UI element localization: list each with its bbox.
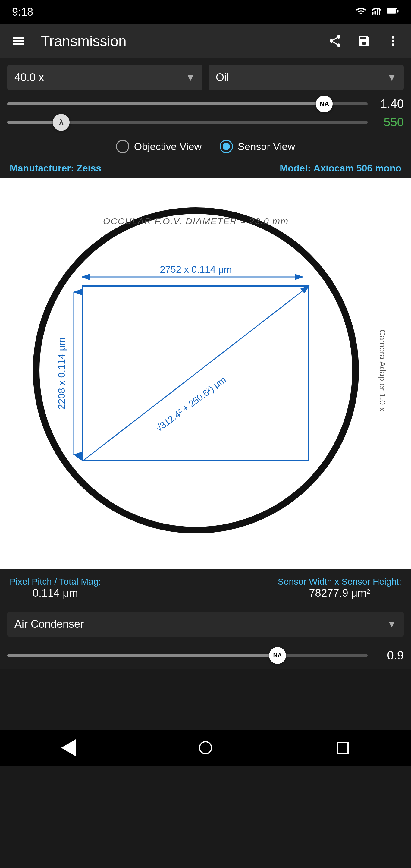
condenser-na-thumb[interactable]: NA [269, 647, 286, 664]
pixel-pitch-label: Pixel Pitch / Total Mag: [10, 577, 101, 587]
app-bar: Transmission [0, 24, 411, 58]
magnification-chevron: ▼ [186, 72, 195, 83]
na-slider-thumb[interactable]: NA [316, 96, 333, 113]
immersion-chevron: ▼ [387, 72, 397, 83]
na-slider-row: NA 1.40 [7, 97, 404, 111]
pixel-pitch-stat: Pixel Pitch / Total Mag: 0.114 μm [10, 577, 101, 599]
recents-button[interactable] [330, 736, 355, 760]
sensor-size-value: 78277.9 μm² [278, 587, 401, 599]
objective-view-option[interactable]: Objective View [116, 140, 201, 153]
na-slider-track[interactable]: NA [7, 102, 368, 105]
sensor-view-radio[interactable] [220, 140, 233, 153]
manufacturer-value: Zeiss [76, 163, 101, 174]
objective-view-radio[interactable] [116, 140, 129, 153]
pixel-pitch-value: 0.114 μm [10, 587, 101, 599]
signal-icon [371, 6, 382, 19]
recents-icon [337, 742, 349, 754]
condenser-chevron: ▼ [387, 619, 397, 630]
sensor-size-stat: Sensor Width x Sensor Height: 78277.9 μm… [278, 577, 401, 599]
magnification-value: 40.0 x [14, 71, 44, 84]
home-icon [199, 741, 212, 754]
svg-rect-2 [377, 9, 378, 15]
back-button[interactable] [56, 736, 81, 760]
magnification-dropdown[interactable]: 40.0 x ▼ [7, 65, 202, 90]
lambda-slider-track[interactable]: λ [7, 121, 368, 124]
stats-section: Pixel Pitch / Total Mag: 0.114 μm Sensor… [0, 569, 411, 607]
manufacturer-label: Manufacturer: [10, 163, 74, 174]
menu-button[interactable] [7, 30, 29, 52]
dropdowns-row: 40.0 x ▼ Oil ▼ [0, 58, 411, 90]
objective-view-label: Objective View [134, 141, 201, 153]
immersion-value: Oil [216, 71, 229, 84]
sensor-size-label: Sensor Width x Sensor Height: [278, 577, 401, 587]
svg-rect-5 [397, 10, 399, 12]
svg-rect-0 [372, 12, 374, 15]
camera-adapter-label: Camera Adapter 1.0 x [378, 330, 387, 411]
na-slider-value: 1.40 [374, 97, 404, 111]
manufacturer-info: Manufacturer: Zeiss [10, 163, 101, 174]
status-icons [355, 6, 399, 19]
camera-info-row: Manufacturer: Zeiss Model: Axiocam 506 m… [0, 159, 411, 178]
battery-icon [387, 6, 399, 19]
app-title: Transmission [41, 33, 317, 50]
condenser-na-slider-track[interactable]: NA [7, 654, 368, 657]
nav-bar [0, 730, 411, 766]
svg-rect-6 [387, 9, 396, 13]
immersion-dropdown[interactable]: Oil ▼ [209, 65, 404, 90]
diagram-area: OCCULAR F.O.V. DIAMETER = 23.0 mm [0, 178, 411, 569]
wifi-icon [355, 6, 367, 19]
sensor-view-option[interactable]: Sensor View [220, 140, 295, 153]
svg-rect-3 [379, 8, 381, 15]
content-area: 40.0 x ▼ Oil ▼ NA 1.40 λ [0, 58, 411, 670]
lambda-slider-row: λ 550 [7, 116, 404, 129]
fov-diameter-label: OCCULAR F.O.V. DIAMETER = 23.0 mm [103, 216, 289, 226]
lambda-slider-value: 550 [374, 116, 404, 129]
status-time: 9:18 [12, 6, 33, 19]
na-slider-section: NA 1.40 λ 550 [0, 90, 411, 129]
svg-rect-1 [375, 10, 376, 15]
back-icon [61, 739, 76, 756]
height-label: 2208 x 0.114 μm [56, 337, 67, 409]
home-button[interactable] [193, 736, 218, 760]
lambda-slider-thumb[interactable]: λ [53, 114, 70, 131]
sensor-view-label: Sensor View [238, 141, 295, 153]
condenser-dropdown[interactable]: Air Condenser ▼ [7, 612, 404, 637]
save-button[interactable] [353, 30, 375, 52]
condenser-na-fill [7, 654, 278, 657]
model-value: Axiocam 506 mono [313, 163, 401, 174]
condenser-section: Air Condenser ▼ [0, 607, 411, 641]
condenser-na-value: 0.9 [374, 649, 404, 662]
model-label: Model: [280, 163, 311, 174]
stats-row: Pixel Pitch / Total Mag: 0.114 μm Sensor… [10, 577, 401, 599]
view-selector: Objective View Sensor View [0, 134, 411, 159]
more-button[interactable] [382, 30, 404, 52]
status-bar: 9:18 [0, 0, 411, 24]
share-button[interactable] [324, 30, 346, 52]
condenser-slider-row: NA 0.9 [0, 641, 411, 670]
fov-diagram-svg: OCCULAR F.O.V. DIAMETER = 23.0 mm [0, 178, 411, 569]
width-label: 2752 x 0.114 μm [160, 264, 232, 275]
na-slider-fill [7, 102, 324, 105]
model-info: Model: Axiocam 506 mono [280, 163, 401, 174]
condenser-label: Air Condenser [14, 618, 84, 630]
